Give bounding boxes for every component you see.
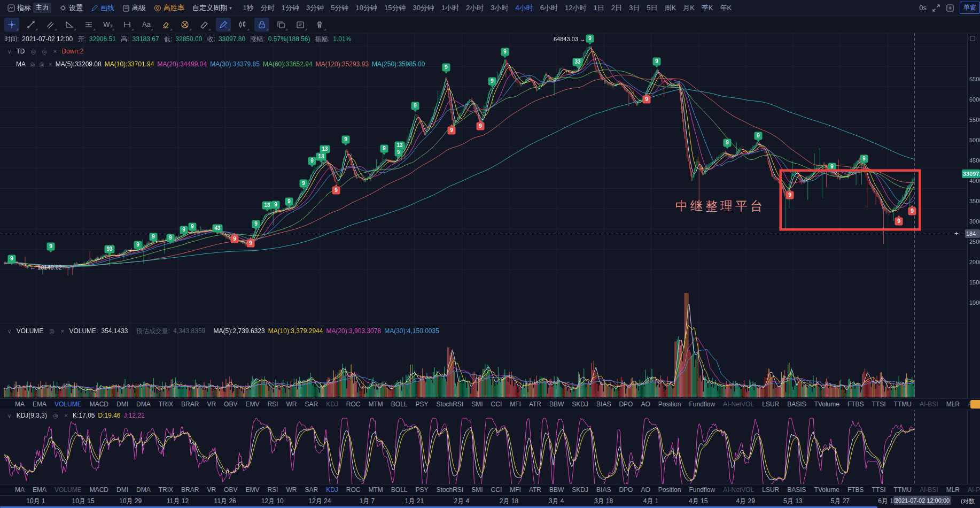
indicator-tab-mfi[interactable]: MFI bbox=[510, 401, 521, 408]
parallel-lines-tool[interactable] bbox=[43, 18, 58, 32]
horizontal-lines-tool[interactable] bbox=[81, 18, 96, 32]
indicator-tab-mlr[interactable]: MLR bbox=[946, 401, 960, 408]
delete-tool[interactable] bbox=[312, 18, 327, 32]
indicator-menu[interactable]: 指标 主力 bbox=[5, 3, 53, 13]
fib-circle-tool[interactable] bbox=[177, 18, 192, 32]
timeframe-3日[interactable]: 3日 bbox=[629, 3, 640, 13]
td-alert-icon[interactable]: ◎ bbox=[42, 48, 48, 55]
indicator-tab-smi[interactable]: SMI bbox=[471, 486, 483, 494]
indicator-tab-bias[interactable]: BIAS bbox=[596, 401, 611, 408]
pane-maximize-icon[interactable] bbox=[970, 36, 975, 41]
crosshair-tool[interactable] bbox=[4, 18, 19, 32]
timeframe-2日[interactable]: 2日 bbox=[611, 3, 622, 13]
tabs-more-indicator[interactable] bbox=[970, 400, 980, 409]
collapse-chevron-icon[interactable]: ∨ bbox=[7, 413, 11, 419]
timeframe-12小时[interactable]: 12小时 bbox=[565, 3, 586, 13]
indicator-tab-ai-netvol[interactable]: AI-NetVOL bbox=[723, 486, 754, 494]
add-alert-button[interactable]: + bbox=[954, 229, 959, 237]
timeframe-4小时[interactable]: 4小时 bbox=[516, 3, 533, 13]
text-tool[interactable]: Aa bbox=[139, 18, 154, 32]
copy-tool[interactable] bbox=[274, 18, 289, 32]
timeframe-年K[interactable]: 年K bbox=[720, 3, 732, 13]
timeframe-季K[interactable]: 季K bbox=[702, 3, 713, 13]
indicator-tab-ai-bsi[interactable]: AI-BSI bbox=[920, 401, 938, 408]
indicator-tab-ai-bsi[interactable]: AI-BSI bbox=[920, 486, 938, 494]
indicator-tab-dpo[interactable]: DPO bbox=[619, 486, 633, 494]
timeframe-5分钟[interactable]: 5分钟 bbox=[331, 3, 348, 13]
indicator-tab-dma[interactable]: DMA bbox=[136, 486, 151, 494]
indicator-tab-smi[interactable]: SMI bbox=[471, 401, 483, 408]
timeframe-周K[interactable]: 周K bbox=[664, 3, 676, 13]
indicator-tab-ao[interactable]: AO bbox=[641, 486, 650, 494]
indicator-tab-fundflow[interactable]: Fundflow bbox=[689, 401, 715, 408]
indicator-tab-cci[interactable]: CCI bbox=[491, 401, 502, 408]
indicator-tab-psy[interactable]: PSY bbox=[416, 401, 429, 408]
indicator-tab-ttmu[interactable]: TTMU bbox=[894, 486, 912, 494]
indicator-tab-fundflow[interactable]: Fundflow bbox=[689, 486, 715, 494]
indicator-tab-ftbs[interactable]: FTBS bbox=[847, 486, 864, 494]
indicator-tab-ttsi[interactable]: TTSI bbox=[872, 401, 886, 408]
indicator-tab-dma[interactable]: DMA bbox=[136, 401, 151, 408]
main-force-chip[interactable]: 主力 bbox=[33, 3, 51, 13]
timeframe-6小时[interactable]: 6小时 bbox=[540, 3, 558, 13]
indicator-tab-stochrsi[interactable]: StochRSI bbox=[437, 486, 464, 494]
ma-alert-icon[interactable]: ◎ bbox=[40, 61, 45, 67]
indicator-tab-mtm[interactable]: MTM bbox=[368, 486, 383, 494]
volume-close-icon[interactable]: × bbox=[61, 328, 64, 334]
indicator-tab-ftbs[interactable]: FTBS bbox=[847, 401, 864, 408]
indicator-tab-ttmu[interactable]: TTMU bbox=[894, 401, 912, 408]
eraser-tool[interactable] bbox=[158, 18, 173, 32]
indicator-tab-boll[interactable]: BOLL bbox=[391, 401, 408, 408]
timeframe-15分钟[interactable]: 15分钟 bbox=[384, 3, 406, 13]
indicator-tab-ma[interactable]: MA bbox=[15, 486, 25, 494]
indicator-tab-bbw[interactable]: BBW bbox=[549, 486, 564, 494]
indicator-tab-kdj[interactable]: KDJ bbox=[326, 486, 338, 494]
ma-close-icon[interactable]: × bbox=[49, 61, 52, 67]
note-tool[interactable] bbox=[293, 18, 308, 32]
trend-line-tool[interactable] bbox=[24, 18, 38, 32]
indicator-tab-rsi[interactable]: RSI bbox=[267, 486, 278, 494]
lock-tool[interactable] bbox=[254, 18, 269, 32]
indicator-tab-roc[interactable]: ROC bbox=[346, 486, 361, 494]
indicator-tab-mtm[interactable]: MTM bbox=[368, 401, 383, 408]
indicator-tab-ao[interactable]: AO bbox=[641, 401, 650, 408]
ruler-tool[interactable] bbox=[197, 18, 212, 32]
window-mode-button[interactable]: 单窗 bbox=[960, 2, 980, 14]
timeframe-3分钟[interactable]: 3分钟 bbox=[306, 3, 324, 13]
indicator-tab-bbw[interactable]: BBW bbox=[549, 401, 564, 408]
indicator-tab-stochrsi[interactable]: StochRSI bbox=[437, 401, 464, 408]
indicator-tab-tvolume[interactable]: TVolume bbox=[814, 486, 839, 494]
triangle-tool[interactable] bbox=[62, 18, 77, 32]
indicator-tab-ma[interactable]: MA bbox=[15, 401, 25, 408]
indicator-tab-sar[interactable]: SAR bbox=[305, 401, 318, 408]
indicator-tab-wr[interactable]: WR bbox=[286, 486, 297, 494]
kdj-close-icon[interactable]: × bbox=[64, 412, 67, 419]
indicator-tab-bias[interactable]: BIAS bbox=[596, 486, 611, 494]
timeframe-分时[interactable]: 分时 bbox=[261, 3, 275, 13]
log-scale-label[interactable]: (对数 bbox=[961, 497, 975, 505]
indicator-tab-roc[interactable]: ROC bbox=[346, 401, 361, 408]
custom-period-menu[interactable]: 自定义周期 ▾ bbox=[190, 3, 234, 13]
indicator-tab-cci[interactable]: CCI bbox=[491, 486, 502, 494]
indicator-tab-obv[interactable]: OBV bbox=[224, 486, 237, 494]
indicator-tab-atr[interactable]: ATR bbox=[529, 401, 541, 408]
indicator-tab-kdj[interactable]: KDJ bbox=[326, 401, 338, 408]
brush-tool[interactable] bbox=[216, 18, 231, 32]
indicator-tab-sar[interactable]: SAR bbox=[305, 486, 318, 494]
indicator-tab-volume[interactable]: VOLUME bbox=[55, 401, 82, 408]
collapse-chevron-icon[interactable]: ∨ bbox=[7, 49, 11, 55]
indicator-tab-skdj[interactable]: SKDJ bbox=[572, 486, 588, 494]
indicator-tab-boll[interactable]: BOLL bbox=[391, 486, 408, 494]
settings-menu[interactable]: 设置 bbox=[57, 3, 85, 13]
indicator-tab-brar[interactable]: BRAR bbox=[181, 401, 199, 408]
add-window-icon[interactable] bbox=[946, 4, 954, 12]
indicator-tab-ttsi[interactable]: TTSI bbox=[872, 486, 886, 494]
indicator-tab-dmi[interactable]: DMI bbox=[116, 486, 128, 494]
consolidation-box-annotation[interactable] bbox=[780, 170, 920, 230]
indicator-tab-ai-netvol[interactable]: AI-NetVOL bbox=[723, 401, 754, 408]
indicator-tab-dpo[interactable]: DPO bbox=[619, 401, 633, 408]
indicator-tab-position[interactable]: Position bbox=[658, 401, 681, 408]
indicator-tab-basis[interactable]: BASIS bbox=[787, 486, 806, 494]
indicator-tab-brar[interactable]: BRAR bbox=[181, 486, 199, 494]
wave-tool[interactable]: W₃ bbox=[100, 18, 115, 32]
